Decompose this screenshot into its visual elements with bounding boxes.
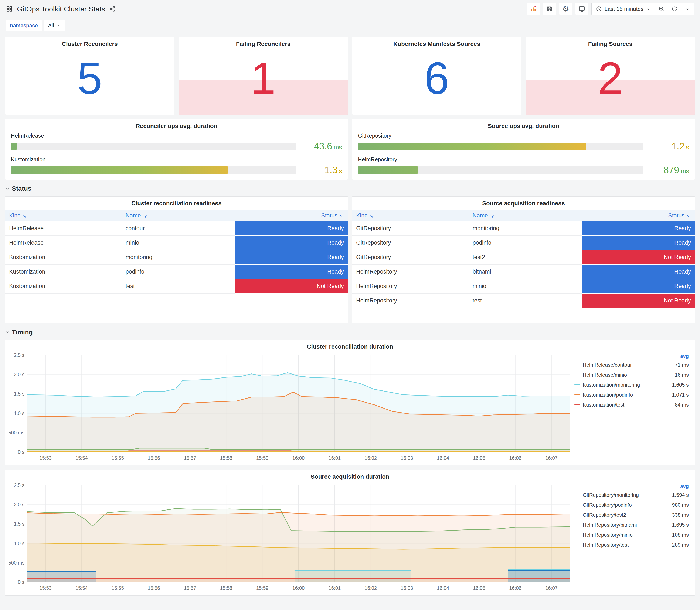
readiness-table: Kind Name Status HelmRelease contour Rea…: [5, 210, 348, 293]
legend-series-name[interactable]: GitRepository/monitoring: [583, 492, 639, 498]
legend-series-avg: 1.695 s: [672, 522, 689, 528]
zoom-out-button[interactable]: [655, 3, 668, 15]
column-header-status[interactable]: Status: [234, 210, 348, 221]
table-panel-source-acquisition-readiness: Source acquisition readiness Kind Name S…: [352, 196, 695, 323]
bargauge-row-kustomization: Kustomization 1.3s: [11, 156, 342, 175]
table-row: HelmRepository bitnami Ready: [352, 264, 695, 279]
table-panel-cluster-reconciliation-readiness: Cluster reconciliation readiness Kind Na…: [5, 196, 348, 323]
variable-label: namespace: [6, 19, 42, 31]
panel-title[interactable]: Cluster reconciliation duration: [7, 340, 693, 352]
filter-funnel-icon[interactable]: [370, 214, 374, 218]
timeseries-canvas[interactable]: 0 s500 ms1.0 s1.5 s2.0 s2.5 s15:5315:541…: [7, 352, 573, 462]
column-header-kind[interactable]: Kind: [352, 210, 469, 221]
svg-text:2.0 s: 2.0 s: [14, 372, 25, 377]
column-header-name[interactable]: Name: [469, 210, 582, 221]
panel-title[interactable]: Cluster Reconcilers: [5, 37, 174, 49]
legend-series-name[interactable]: GitRepository/podinfo: [583, 502, 632, 508]
svg-text:16:01: 16:01: [328, 585, 341, 591]
legend-avg-header[interactable]: avg: [574, 353, 689, 360]
svg-text:15:54: 15:54: [76, 455, 88, 461]
panel-title[interactable]: Reconciler ops avg. duration: [11, 119, 342, 131]
filter-funnel-icon[interactable]: [490, 214, 494, 218]
legend-series-name[interactable]: HelmRelease/minio: [583, 372, 627, 378]
series-color-swatch: [574, 365, 580, 365]
refresh-button[interactable]: [668, 3, 681, 15]
row-toggle-status[interactable]: Status: [5, 185, 695, 192]
filter-funnel-icon[interactable]: [340, 214, 344, 218]
svg-text:16:04: 16:04: [437, 585, 449, 591]
chevron-down-icon: [646, 6, 651, 11]
chart-plot-area[interactable]: 0 s500 ms1.0 s1.5 s2.0 s2.5 s15:5315:541…: [7, 482, 573, 592]
stat-panel-cluster-reconcilers: Cluster Reconcilers 5: [5, 37, 175, 115]
stat-value: 6: [352, 56, 521, 101]
svg-text:15:57: 15:57: [184, 585, 196, 591]
svg-text:15:56: 15:56: [148, 455, 160, 461]
cell-name: minio: [469, 279, 582, 293]
row-toggle-timing[interactable]: Timing: [5, 328, 695, 336]
stat-panel-failing-reconcilers: Failing Reconcilers 1: [179, 37, 348, 115]
svg-text:16:05: 16:05: [473, 455, 485, 461]
filter-funnel-icon[interactable]: [23, 214, 27, 218]
cell-name: monitoring: [469, 221, 582, 236]
svg-text:15:58: 15:58: [220, 585, 232, 591]
series-color-swatch: [574, 504, 580, 505]
cell-name: bitnami: [469, 264, 582, 279]
column-header-status[interactable]: Status: [582, 210, 695, 221]
bargauge-track: [11, 143, 296, 150]
legend-series-name[interactable]: HelmRepository/test: [583, 542, 629, 548]
legend-series-name[interactable]: Kustomization/monitoring: [583, 382, 640, 388]
save-dashboard-button[interactable]: [543, 3, 556, 15]
panel-title[interactable]: Source ops avg. duration: [358, 119, 689, 131]
svg-text:16:07: 16:07: [545, 585, 558, 591]
table-row: HelmRelease contour Ready: [5, 221, 348, 236]
timeseries-canvas[interactable]: 0 s500 ms1.0 s1.5 s2.0 s2.5 s15:5315:541…: [7, 482, 573, 592]
legend-avg-header[interactable]: avg: [574, 483, 689, 490]
panel-title[interactable]: Failing Sources: [526, 37, 695, 49]
chevron-down-icon: [5, 186, 10, 191]
panel-title[interactable]: Kubernetes Manifests Sources: [352, 37, 521, 49]
panel-title[interactable]: Cluster reconciliation readiness: [5, 197, 348, 209]
legend-series-name[interactable]: HelmRelease/contour: [583, 362, 632, 368]
cell-name: contour: [122, 221, 235, 236]
svg-text:15:55: 15:55: [112, 455, 124, 461]
time-range-button[interactable]: Last 15 minutes: [591, 3, 655, 15]
svg-text:16:04: 16:04: [437, 455, 449, 461]
time-range-label: Last 15 minutes: [604, 6, 644, 12]
svg-text:16:02: 16:02: [365, 585, 377, 591]
bargauge-row-gitrepository: GitRepository 1.2s: [358, 132, 689, 151]
legend-item: HelmRepository/minio 108 ms: [574, 530, 689, 540]
cell-status: Ready: [234, 221, 348, 236]
add-panel-button[interactable]: [527, 3, 540, 15]
chevron-down-icon: [685, 6, 690, 11]
bargauge-label: GitRepository: [358, 132, 689, 139]
clock-icon: [596, 6, 602, 12]
chart-plot-area[interactable]: 0 s500 ms1.0 s1.5 s2.0 s2.5 s15:5315:541…: [7, 352, 573, 462]
charts-column: Cluster reconciliation duration 0 s500 m…: [5, 340, 695, 596]
legend-series-name[interactable]: HelmRepository/minio: [583, 532, 633, 538]
filter-funnel-icon[interactable]: [143, 214, 147, 218]
variable-value-dropdown[interactable]: All: [44, 19, 65, 31]
bargauge-value: 43.6ms: [302, 141, 342, 151]
legend-series-name[interactable]: Kustomization/podinfo: [583, 392, 633, 398]
refresh-interval-button[interactable]: [681, 3, 694, 15]
gauges-row: Reconciler ops avg. duration HelmRelease…: [5, 119, 695, 180]
panel-title[interactable]: Failing Reconcilers: [179, 37, 348, 49]
cell-name: monitoring: [122, 250, 235, 264]
legend-series-name[interactable]: Kustomization/test: [583, 402, 624, 408]
svg-text:1.0 s: 1.0 s: [14, 541, 25, 546]
share-icon[interactable]: [110, 6, 115, 12]
cycle-view-mode-button[interactable]: [575, 3, 588, 15]
svg-text:16:01: 16:01: [328, 455, 341, 461]
svg-text:1.5 s: 1.5 s: [14, 521, 25, 527]
column-header-kind[interactable]: Kind: [5, 210, 122, 221]
panel-title[interactable]: Source acquisition duration: [7, 470, 693, 482]
legend-series-name[interactable]: HelmRepository/bitnami: [583, 522, 637, 528]
column-header-name[interactable]: Name: [122, 210, 235, 221]
cell-status: Ready: [234, 236, 348, 250]
dashboard-grid-icon[interactable]: [6, 5, 13, 12]
filter-funnel-icon[interactable]: [687, 214, 691, 218]
dashboard-settings-button[interactable]: ⚙: [559, 3, 572, 15]
panel-title[interactable]: Source acquisition readiness: [352, 197, 695, 209]
svg-text:16:05: 16:05: [473, 585, 485, 591]
legend-series-name[interactable]: GitRepository/test2: [583, 512, 626, 518]
